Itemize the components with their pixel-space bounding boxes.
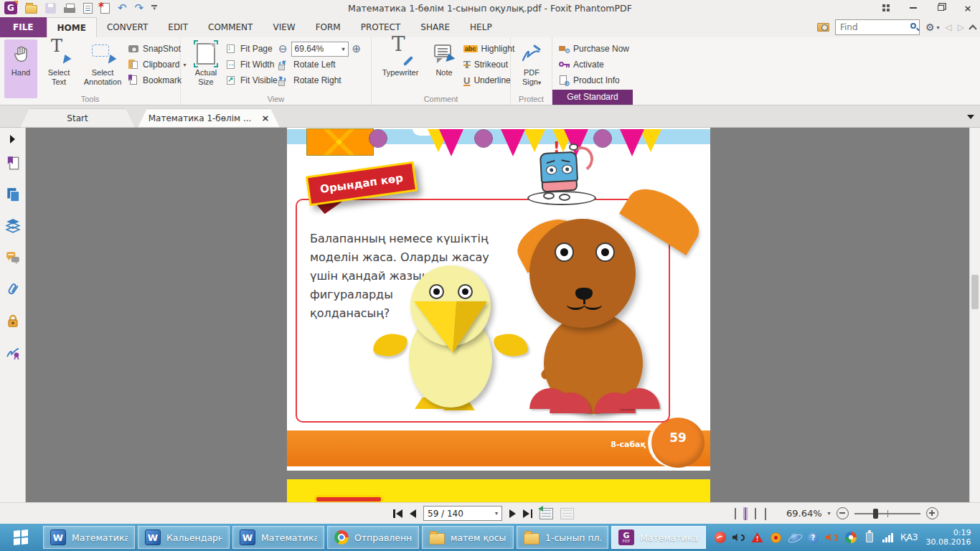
next-pdf-page[interactable] xyxy=(287,479,710,502)
comments-panel-icon[interactable] xyxy=(5,250,21,265)
pdf-sign-button[interactable]: PDF Sign▾ xyxy=(514,39,550,98)
tab-view[interactable]: VIEW xyxy=(263,17,305,37)
tab-list-dropdown-icon[interactable] xyxy=(967,115,974,119)
search-options-icon[interactable]: ⚙▾ xyxy=(925,22,940,33)
fit-width-button[interactable]: ↔ Fit Width xyxy=(225,57,278,72)
tray-battery-icon[interactable] xyxy=(863,532,875,544)
continuous-view-button[interactable] xyxy=(743,507,748,520)
zoom-slider-thumb[interactable] xyxy=(873,509,878,519)
zoom-slider[interactable] xyxy=(854,513,920,514)
doc-tab-document[interactable]: Математика 1-бөлім ... × xyxy=(138,108,280,128)
tab-help[interactable]: HELP xyxy=(460,17,502,37)
vertical-scrollbar[interactable] xyxy=(969,128,980,502)
tab-convert[interactable]: CONVERT xyxy=(97,17,158,37)
tray-app-icon[interactable] xyxy=(714,532,726,544)
tab-form[interactable]: FORM xyxy=(306,17,351,37)
doc-tab-close-icon[interactable]: × xyxy=(261,113,269,123)
pdf-page[interactable]: Орындап көр ! Балапанның немесе күшіктің… xyxy=(287,128,710,471)
strikeout-button[interactable]: T Strikeout xyxy=(463,57,514,72)
search-icon[interactable] xyxy=(910,23,916,29)
tab-edit[interactable]: EDIT xyxy=(158,17,198,37)
language-indicator[interactable]: ҚАЗ xyxy=(900,532,918,542)
tray-volume-icon[interactable] xyxy=(732,532,745,544)
close-button[interactable]: × xyxy=(958,1,977,14)
open-file-icon[interactable] xyxy=(25,5,37,14)
start-button[interactable] xyxy=(0,524,42,551)
select-annotation-button[interactable]: Select Annotation xyxy=(80,39,125,98)
taskbar-item-word-2[interactable]: Кальендарн... xyxy=(138,526,230,549)
zoom-combobox[interactable]: 69.64% ▾ xyxy=(291,42,349,57)
bookmark-button[interactable]: Bookmark xyxy=(128,72,186,88)
print-icon[interactable] xyxy=(64,7,75,13)
next-page-button[interactable] xyxy=(509,509,516,518)
attachments-panel-icon[interactable] xyxy=(5,281,21,297)
zoom-in-icon[interactable]: ⊕ xyxy=(352,43,362,55)
clipboard-button[interactable]: Clipboard ▾ xyxy=(128,57,186,72)
select-text-button[interactable]: Select Text xyxy=(40,39,77,98)
tab-comment[interactable]: COMMENT xyxy=(198,17,263,37)
fit-visible-button[interactable]: ↗ Fit Visible xyxy=(225,72,278,88)
zoom-level-dropdown-icon[interactable]: ▾ xyxy=(828,510,831,517)
tray-pinwheel-icon[interactable] xyxy=(844,532,857,544)
taskbar-item-folder-2[interactable]: 1-сынып пл... xyxy=(517,526,608,549)
tab-home[interactable]: HOME xyxy=(47,17,97,37)
bookmarks-panel-icon[interactable] xyxy=(5,155,21,171)
tray-network-icon[interactable] xyxy=(882,532,894,544)
zoom-dropdown-icon[interactable]: ▾ xyxy=(342,46,345,52)
tray-warning-icon[interactable]: ! xyxy=(751,532,763,544)
signatures-panel-icon[interactable] xyxy=(5,344,21,360)
taskbar-item-word-1[interactable]: Математика ... xyxy=(43,526,135,549)
customize-toolbar-icon[interactable]: ▾ xyxy=(151,5,157,11)
fit-page-button[interactable]: ↕ Fit Page xyxy=(225,41,278,57)
scrollbar-thumb[interactable] xyxy=(971,275,979,309)
continuous-facing-view-button[interactable] xyxy=(763,507,768,520)
clock[interactable]: 0:19 30.08.2016 xyxy=(925,528,971,547)
taskbar-item-word-3[interactable]: Математика ... xyxy=(232,526,324,549)
product-info-button[interactable]: ⚙ Product Info xyxy=(558,72,629,88)
arrange-windows-icon[interactable] xyxy=(877,1,895,14)
rotate-left-button[interactable]: ↺ Rotate Left xyxy=(278,57,361,72)
facing-view-button[interactable] xyxy=(753,507,758,520)
search-folder-icon[interactable] xyxy=(817,23,829,32)
tray-help-icon[interactable]: ? xyxy=(807,532,819,544)
previous-view-button[interactable] xyxy=(540,508,553,519)
tray-updater-icon[interactable] xyxy=(770,532,782,544)
tray-audio-icon[interactable] xyxy=(826,532,838,544)
foxit-logo-icon[interactable]: G xyxy=(4,1,17,14)
last-page-button[interactable] xyxy=(523,509,532,518)
activate-button[interactable]: Activate xyxy=(558,57,629,72)
single-page-view-button[interactable] xyxy=(733,507,738,520)
save-icon[interactable] xyxy=(45,3,56,14)
page-dropdown-icon[interactable]: ▾ xyxy=(495,510,498,517)
actual-size-button[interactable]: Actual Size xyxy=(187,39,225,98)
document-properties-icon[interactable] xyxy=(83,3,93,14)
find-next-icon[interactable]: ▷ xyxy=(958,22,964,32)
next-view-button[interactable] xyxy=(560,508,574,519)
collapse-ribbon-icon[interactable] xyxy=(969,24,976,32)
tab-share[interactable]: SHARE xyxy=(410,17,460,37)
undo-icon[interactable]: ↶ xyxy=(118,1,127,14)
tab-file[interactable]: FILE xyxy=(0,17,47,37)
page-number-input[interactable] xyxy=(428,509,495,519)
find-previous-icon[interactable]: ◁ xyxy=(946,22,952,32)
redo-icon[interactable]: ↷ xyxy=(135,1,144,14)
expand-panel-icon[interactable] xyxy=(5,132,21,148)
hand-tool-button[interactable]: Hand xyxy=(4,39,37,98)
restore-button[interactable] xyxy=(931,1,950,14)
tray-planet-icon[interactable] xyxy=(788,532,801,544)
first-page-button[interactable] xyxy=(393,509,402,518)
new-document-icon[interactable] xyxy=(100,3,110,14)
note-button[interactable]: Note xyxy=(429,39,459,98)
typewriter-button[interactable]: Typewriter xyxy=(376,39,425,98)
rotate-right-button[interactable]: ↻ Rotate Right xyxy=(278,72,361,88)
zoom-in-button[interactable] xyxy=(926,507,938,519)
doc-tab-start[interactable]: Start xyxy=(20,108,135,128)
document-canvas[interactable]: Орындап көр ! Балапанның немесе күшіктің… xyxy=(0,128,980,502)
security-panel-icon[interactable] xyxy=(5,313,21,329)
underline-button[interactable]: U Underline xyxy=(463,72,514,88)
get-standard-label[interactable]: Get Standard xyxy=(552,90,633,105)
minimize-button[interactable] xyxy=(904,1,923,14)
layers-panel-icon[interactable] xyxy=(5,218,21,234)
taskbar-item-folder-1[interactable]: матем қосы... xyxy=(422,526,514,549)
taskbar-item-foxit[interactable]: Математика ... xyxy=(611,526,706,549)
